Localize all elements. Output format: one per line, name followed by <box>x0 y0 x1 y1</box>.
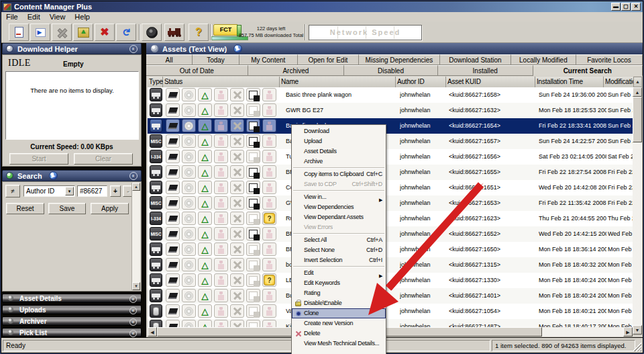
scroll-left-arrow-icon[interactable]: ◀ <box>148 327 157 337</box>
menu-edit[interactable]: Edit <box>23 13 45 21</box>
dropdown-arrow-icon[interactable]: ▼ <box>65 187 74 195</box>
table-row[interactable]: △GWR BG E27johnwhelan<kuid:86627:1632>Mo… <box>148 103 637 118</box>
menu-item-view-in-[interactable]: View in...▶ <box>292 192 386 202</box>
tab-installed[interactable]: Installed <box>438 65 533 76</box>
sort-arrow-icon[interactable]: ▲ <box>633 77 642 87</box>
tab-open-for-edit[interactable]: Open for Edit <box>298 54 359 65</box>
tab-locally-modified[interactable]: Locally Modified <box>511 54 576 65</box>
tools-button[interactable] <box>52 24 72 41</box>
menu-item-save-to-cdp[interactable]: Save to CDPCtrl+Shift+D <box>292 179 386 189</box>
side-panel-asset-details[interactable]: Asset Details« <box>2 294 142 303</box>
close-button[interactable]: ✕ <box>631 3 641 11</box>
menu-item-upload[interactable]: Upload <box>292 136 386 146</box>
menu-item-delete[interactable]: Delete <box>292 328 386 339</box>
tab-favorite-locos[interactable]: Favorite Locos <box>576 54 643 65</box>
menu-view[interactable]: View <box>45 13 70 21</box>
maximize-button[interactable]: ▢ <box>621 3 631 11</box>
column-header-name[interactable]: Name <box>280 77 396 87</box>
menu-item-select-all[interactable]: Select AllCtrl+A <box>292 235 386 245</box>
table-row[interactable]: MISC△BRjohnwhelan<kuid:86627:1652>Wed Fe… <box>148 226 637 242</box>
search-play-icon[interactable]: ▶ <box>49 171 58 180</box>
railyard-button[interactable] <box>164 24 184 41</box>
tab-my-content[interactable]: My Content <box>239 54 298 65</box>
table-row[interactable]: △Basic three plank wagonjohnwhelan<kuid:… <box>148 87 637 103</box>
filter-edit-button[interactable]: ≠ <box>5 185 20 197</box>
collapse-chevron-icon[interactable]: « <box>129 45 138 53</box>
horizontal-scrollbar[interactable]: ◀ ▶ <box>148 327 633 337</box>
menu-item-view-dependant-assets[interactable]: View Dependant Assets <box>292 212 386 222</box>
scroll-right-arrow-icon[interactable]: ▶ <box>623 327 633 337</box>
tab-missing-dependencies[interactable]: Missing Dependencies <box>359 54 440 65</box>
tab-current-search[interactable]: Current Search <box>533 65 643 76</box>
help-button[interactable]: ? <box>189 24 209 41</box>
column-header-modification-t[interactable]: Modification T <box>604 77 637 87</box>
side-panel-uploads[interactable]: Uploads« <box>2 305 142 314</box>
side-panel-archiver[interactable]: Archiver« <box>2 316 142 326</box>
column-header-asset-kuid[interactable]: Asset KUID <box>446 77 535 87</box>
table-row[interactable]: △Cosjohnwhelan<kuid:86627:1651>Wed Feb 2… <box>148 180 637 195</box>
expand-chevron-icon[interactable]: « <box>129 296 137 303</box>
assets-play-icon[interactable]: ▶ <box>233 44 242 53</box>
search-value-input[interactable]: #86627 <box>77 185 107 197</box>
menu-item-disable-enable[interactable]: Disable\Enable <box>292 298 386 308</box>
menu-item-rating[interactable]: Rating▶ <box>292 288 386 298</box>
menu-item-select-none[interactable]: Select NoneCtrl+D <box>292 245 386 255</box>
table-row[interactable]: △BR Ijohnwhelan<kuid:86627:1655>Fri Feb … <box>148 165 637 180</box>
tab-all[interactable]: All <box>146 54 193 65</box>
table-row[interactable]: △Bulljohnwhelan<kuid:86627:1401>Mon Feb … <box>148 288 637 304</box>
table-row[interactable]: △BRjohnwhelan<kuid:86627:1650>Mon Feb 18… <box>148 242 637 257</box>
menu-item-create-new-version[interactable]: Create new Version <box>292 318 386 328</box>
resize-grip[interactable] <box>633 343 641 351</box>
column-header-installation-time[interactable]: Installation Time <box>535 77 604 87</box>
web-button[interactable] <box>142 24 162 41</box>
table-row[interactable]: I-334△?Rurjohnwhelan<kuid:86627:1623>Thu… <box>148 211 637 226</box>
table-row[interactable]: I-334△Turbjohnwhelan<kuid:86627:1656>Sat… <box>148 149 637 165</box>
tab-disabled[interactable]: Disabled <box>344 65 438 76</box>
tab-archived[interactable]: Archived <box>248 65 345 76</box>
scroll-up-arrow-icon[interactable]: ▲ <box>633 87 642 97</box>
menu-item-view-dependencies[interactable]: View Dependencies <box>292 202 386 212</box>
save-button[interactable]: Save <box>48 203 86 214</box>
table-row[interactable]: MISC△Basjohnwhelan<kuid:86627:1657>Sun F… <box>148 134 637 149</box>
table-row[interactable]: △bowjohnwhelan<kuid:86627:1315>Mon Feb 1… <box>148 257 637 273</box>
expand-chevron-icon[interactable]: « <box>129 307 137 314</box>
expand-chevron-icon[interactable]: « <box>129 330 137 337</box>
search-header[interactable]: Search ▶ « <box>2 170 142 181</box>
table-row[interactable]: △Basic five plank wagonjohnwhelan<kuid:8… <box>148 118 637 134</box>
expand-chevron-icon[interactable]: « <box>129 318 137 326</box>
column-header-type[interactable]: Type <box>148 77 163 87</box>
menu-file[interactable]: File <box>1 13 23 21</box>
search-scrollbar[interactable]: ▲ ▼ <box>131 183 140 290</box>
download-helper-header[interactable]: Download Helper « <box>2 43 142 54</box>
upload-button[interactable] <box>73 24 93 41</box>
menu-item-download[interactable]: Download <box>292 126 386 136</box>
menu-item-view-mesh-technical-details-[interactable]: View Mesh Technical Details... <box>292 339 386 349</box>
tab-download-station[interactable]: Download Station <box>440 54 511 65</box>
menu-item-edit-keywords[interactable]: Edit Keywords <box>292 278 386 288</box>
column-header-status[interactable]: Status <box>163 77 280 87</box>
menu-item-clone[interactable]: Clone <box>292 308 386 318</box>
menu-item-asset-details[interactable]: Asset Details <box>292 146 386 157</box>
delete-button[interactable]: ✖ <box>95 24 115 41</box>
menu-help[interactable]: Help <box>70 13 95 21</box>
menu-item-edit[interactable]: Edit▶ <box>292 268 386 278</box>
table-row[interactable]: MISC△GWjohnwhelan<kuid:86627:1653>Fri Fe… <box>148 195 637 211</box>
menu-item-view-errors[interactable]: View Errors <box>292 222 386 232</box>
minimize-button[interactable]: ▬ <box>611 3 621 11</box>
tab-today[interactable]: Today <box>193 54 239 65</box>
apply-button[interactable]: Apply <box>91 203 129 214</box>
search-collapse-chevron-icon[interactable]: « <box>129 172 138 180</box>
menu-item-invert-selection[interactable]: Invert SelectionCtrl+I <box>292 255 386 265</box>
vertical-scrollbar[interactable]: ▲ ▼ <box>633 87 642 335</box>
search-field-dropdown[interactable]: Author ID ▼ <box>23 185 75 197</box>
side-panel-pick-list[interactable]: Pick List« <box>2 328 142 337</box>
refresh-button[interactable]: ↻ <box>116 24 136 41</box>
vertical-scroll-thumb[interactable] <box>633 97 642 142</box>
add-criteria-button[interactable]: + <box>110 185 121 197</box>
menu-item-copy-items-to-clipboard[interactable]: Copy items to ClipboardCtrl+C <box>292 169 386 179</box>
scroll-down-arrow-icon[interactable]: ▼ <box>633 325 642 335</box>
import-button[interactable] <box>30 24 50 41</box>
scroll-down-icon[interactable]: ▼ <box>132 282 140 290</box>
table-row[interactable]: △Vanjohnwhelan<kuid:86627:1054>Mon Feb 1… <box>148 304 637 319</box>
reset-button[interactable]: Reset <box>6 203 44 214</box>
